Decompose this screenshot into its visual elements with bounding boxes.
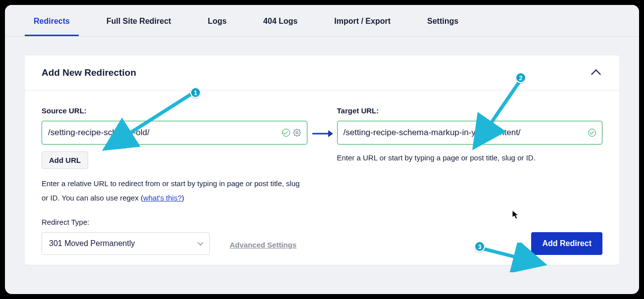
tab-redirects[interactable]: Redirects — [25, 17, 79, 36]
chevron-up-icon[interactable] — [591, 69, 601, 79]
tab-bar: Redirects Full Site Redirect Logs 404 Lo… — [5, 5, 639, 37]
panel-header[interactable]: Add New Redirection — [25, 55, 619, 91]
tab-full-site-redirect[interactable]: Full Site Redirect — [98, 17, 180, 36]
redirect-type-select[interactable]: 301 Moved Permanently — [42, 232, 210, 255]
gear-icon[interactable] — [293, 129, 301, 137]
tab-404-logs[interactable]: 404 Logs — [254, 17, 306, 36]
source-help-text: Enter a relative URL to redirect from or… — [42, 177, 307, 205]
arrow-between-icon — [311, 129, 333, 138]
target-help-text: Enter a URL or start by typing a page or… — [337, 153, 603, 162]
svg-point-0 — [296, 132, 298, 134]
svg-marker-2 — [328, 130, 333, 137]
source-column: Source URL: Add URL Enter a relative URL… — [42, 106, 307, 255]
valid-check-icon — [588, 129, 596, 137]
redirect-type-selected: 301 Moved Permanently — [49, 239, 135, 248]
redirect-type-label: Redirect Type: — [42, 218, 210, 226]
target-url-label: Target URL: — [337, 106, 603, 115]
source-url-input-wrap — [42, 121, 307, 145]
app-window: Redirects Full Site Redirect Logs 404 Lo… — [5, 5, 639, 294]
target-column: Target URL: Enter a URL or start by typi… — [337, 106, 603, 255]
valid-check-icon — [282, 129, 290, 137]
target-url-input-wrap — [337, 121, 603, 145]
panel-title: Add New Redirection — [42, 67, 136, 78]
tab-logs[interactable]: Logs — [199, 17, 236, 36]
source-help-suffix: ) — [182, 194, 184, 202]
add-redirection-panel: Add New Redirection Source URL: A — [25, 55, 619, 265]
tab-settings[interactable]: Settings — [418, 17, 467, 36]
add-url-button[interactable]: Add URL — [42, 151, 88, 169]
panel-body: Source URL: Add URL Enter a relative URL… — [25, 91, 619, 265]
redirect-type-group: Redirect Type: 301 Moved Permanently — [42, 218, 210, 255]
redirect-type-row: Redirect Type: 301 Moved Permanently Adv… — [42, 218, 307, 255]
target-url-input[interactable] — [344, 128, 586, 138]
whats-this-link[interactable]: what's this? — [143, 194, 182, 202]
source-url-input[interactable] — [48, 128, 279, 138]
add-redirect-button[interactable]: Add Redirect — [531, 232, 602, 255]
source-url-label: Source URL: — [42, 106, 307, 115]
chevron-down-icon — [198, 240, 203, 245]
tab-import-export[interactable]: Import / Export — [325, 17, 399, 36]
advanced-settings-link[interactable]: Advanced Settings — [230, 241, 297, 255]
